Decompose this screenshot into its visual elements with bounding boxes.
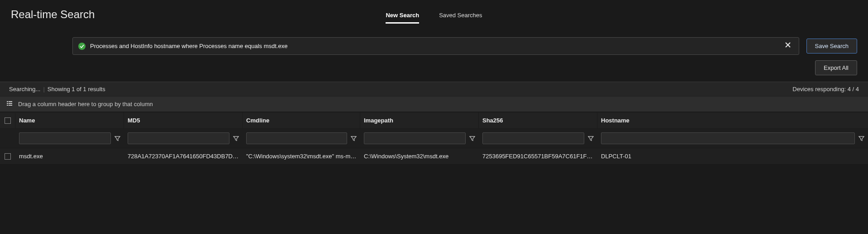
filter-icon[interactable] [858, 136, 864, 141]
filter-icon[interactable] [588, 136, 594, 141]
filter-icon[interactable] [469, 136, 475, 141]
filter-icon[interactable] [233, 136, 239, 141]
devices-responding: Devices responding: 4 / 4 [792, 86, 859, 93]
status-left: Searching... | Showing 1 of 1 results [9, 86, 105, 93]
cell-cmdline: "C:\Windows\system32\msdt.exe" ms-ms... [243, 148, 360, 164]
results-count: Showing 1 of 1 results [48, 86, 105, 93]
cell-hostname: DLPCLT-01 [597, 148, 868, 164]
table-header-row: Name MD5 Cmdline Imagepath Sha256 Hostna… [0, 112, 868, 129]
filter-cell-md5 [124, 132, 243, 144]
column-header-sha256[interactable]: Sha256 [479, 112, 597, 128]
table-row[interactable]: msdt.exe 728A1A72370AF1A7641650FD43DB7DB… [0, 148, 868, 165]
filter-input-sha256[interactable] [482, 132, 584, 144]
filter-icon[interactable] [351, 136, 357, 141]
cell-name: msdt.exe [15, 148, 124, 164]
status-divider: | [43, 86, 44, 93]
cell-md5: 728A1A72370AF1A7641650FD43DB7DBE [124, 148, 243, 164]
filter-row [0, 129, 868, 148]
filter-cell-cmdline [243, 132, 360, 144]
row-checkbox[interactable] [5, 153, 11, 160]
tabs: New Search Saved Searches [11, 9, 857, 24]
search-row: Processes and HostInfo hostname where Pr… [0, 34, 868, 60]
filter-icon[interactable] [114, 136, 120, 141]
export-row: Export All [0, 60, 868, 82]
filter-cell-sha256 [479, 132, 597, 144]
column-header-md5[interactable]: MD5 [124, 112, 243, 128]
svg-rect-5 [9, 105, 12, 106]
column-header-imagepath[interactable]: Imagepath [360, 112, 479, 128]
tab-new-search[interactable]: New Search [386, 9, 419, 24]
status-bar: Searching... | Showing 1 of 1 results De… [0, 82, 868, 97]
group-hint-text: Drag a column header here to group by th… [18, 101, 153, 107]
svg-rect-2 [7, 103, 8, 104]
column-header-name[interactable]: Name [15, 112, 124, 128]
filter-input-imagepath[interactable] [364, 132, 466, 144]
results-table: Name MD5 Cmdline Imagepath Sha256 Hostna… [0, 112, 868, 165]
filter-cell-hostname [597, 132, 868, 144]
cell-sha256: 7253695FED91C65571BF59A7C61F1F1C7... [479, 148, 597, 164]
tab-saved-searches[interactable]: Saved Searches [439, 9, 482, 24]
filter-input-md5[interactable] [128, 132, 229, 144]
svg-rect-3 [9, 103, 12, 104]
filter-cell-imagepath [360, 132, 479, 144]
select-all-checkbox[interactable] [5, 117, 11, 124]
select-all-cell [0, 113, 15, 128]
check-icon [78, 43, 86, 50]
searching-text: Searching... [9, 86, 40, 93]
save-search-button[interactable]: Save Search [806, 39, 857, 54]
filter-input-hostname[interactable] [601, 132, 855, 144]
svg-rect-0 [7, 101, 8, 102]
group-icon [6, 100, 13, 108]
svg-rect-4 [7, 105, 8, 106]
filter-input-name[interactable] [19, 132, 111, 144]
search-input-container[interactable]: Processes and HostInfo hostname where Pr… [72, 37, 799, 55]
cell-imagepath: C:\Windows\System32\msdt.exe [360, 148, 479, 164]
export-all-button[interactable]: Export All [815, 60, 857, 75]
group-by-bar[interactable]: Drag a column header here to group by th… [0, 97, 868, 112]
svg-rect-1 [9, 101, 12, 102]
column-header-hostname[interactable]: Hostname [597, 112, 868, 128]
filter-cell-name [15, 132, 124, 144]
search-query-text: Processes and HostInfo hostname where Pr… [90, 43, 778, 49]
row-checkbox-cell [0, 149, 15, 164]
clear-search-button[interactable] [782, 41, 793, 51]
header: Real-time Search New Search Saved Search… [0, 0, 868, 34]
column-header-cmdline[interactable]: Cmdline [243, 112, 360, 128]
filter-input-cmdline[interactable] [246, 132, 347, 144]
